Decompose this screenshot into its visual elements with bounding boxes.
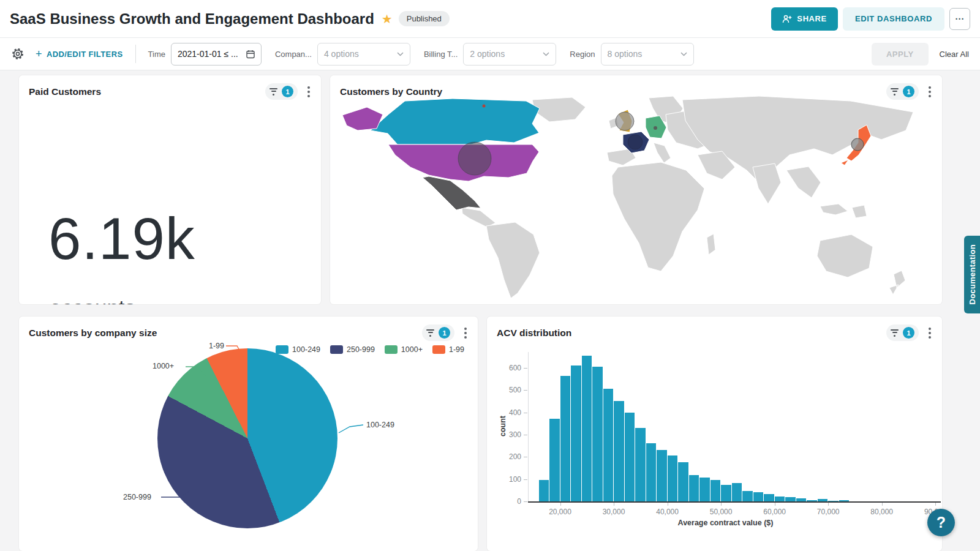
share-button[interactable]: SHARE xyxy=(771,7,838,31)
hist-bar[interactable] xyxy=(614,401,624,501)
hist-bar[interactable] xyxy=(571,365,581,501)
canada-dot xyxy=(483,105,486,108)
legend-item[interactable]: 100-249 xyxy=(276,345,320,354)
legend-label: 100-249 xyxy=(292,345,320,354)
widget-filter-button[interactable]: 1 xyxy=(422,324,454,341)
hist-bar[interactable] xyxy=(668,455,678,501)
legend-item[interactable]: 1-99 xyxy=(432,345,464,354)
hist-bar[interactable] xyxy=(818,499,828,501)
hist-bar[interactable] xyxy=(689,475,699,501)
hist-bar[interactable] xyxy=(807,500,817,501)
hist-bar[interactable] xyxy=(828,501,839,501)
divider xyxy=(135,45,136,63)
x-tick-mark xyxy=(560,503,561,506)
favorite-star-icon[interactable]: ★ xyxy=(382,12,393,26)
world-map[interactable] xyxy=(330,96,942,298)
company-filter-value: 4 options xyxy=(324,49,397,59)
more-options-button[interactable]: ··· xyxy=(949,8,970,30)
map-mexico xyxy=(423,176,481,210)
company-filter-select[interactable]: 4 options xyxy=(317,43,410,66)
map-italy xyxy=(654,143,671,163)
hist-bar[interactable] xyxy=(646,443,657,501)
hist-bar[interactable] xyxy=(678,462,688,501)
region-filter-value: 8 options xyxy=(608,49,680,59)
widget-filter-button[interactable]: 1 xyxy=(886,324,919,341)
histogram-x-axis-label: Average contract value ($) xyxy=(498,519,942,527)
filter-funnel-icon xyxy=(891,88,899,96)
pie-chart[interactable] xyxy=(157,348,337,528)
hist-bar[interactable] xyxy=(764,494,774,501)
hist-bar[interactable] xyxy=(560,376,571,501)
legend-swatch xyxy=(276,345,288,354)
hist-bar[interactable] xyxy=(785,497,796,501)
edit-dashboard-button[interactable]: EDIT DASHBOARD xyxy=(843,7,944,31)
widget-customers-by-country: Customers by Country 1 xyxy=(330,75,942,304)
region-filter-select[interactable]: 8 options xyxy=(601,43,694,66)
time-filter-input[interactable]: 2021-01-01 ≤ ... xyxy=(171,43,262,66)
hist-bar[interactable] xyxy=(839,500,850,501)
hist-bar[interactable] xyxy=(753,492,764,501)
x-tick-mark xyxy=(935,503,936,506)
hist-bar[interactable] xyxy=(625,413,635,501)
hist-bar[interactable] xyxy=(775,497,785,501)
widget-menu-button[interactable] xyxy=(927,85,932,99)
usa-bubble xyxy=(458,142,491,175)
hist-bar[interactable] xyxy=(721,485,731,501)
hist-bar[interactable] xyxy=(710,480,721,501)
y-tick-mark xyxy=(524,368,527,369)
legend-item[interactable]: 250-999 xyxy=(330,345,375,354)
clear-all-button[interactable]: Clear All xyxy=(940,50,969,59)
widget-menu-button[interactable] xyxy=(306,85,311,99)
hist-bar[interactable] xyxy=(549,419,560,501)
y-axis-line xyxy=(528,352,529,501)
hist-bar[interactable] xyxy=(742,491,753,501)
map-canada xyxy=(371,99,540,144)
kpi-unit: accounts xyxy=(50,296,135,304)
hist-bar[interactable] xyxy=(657,450,667,501)
hist-bar[interactable] xyxy=(732,483,742,501)
company-filter-label: Compan... xyxy=(275,50,312,59)
calendar-icon xyxy=(246,50,255,59)
x-tick-mark xyxy=(775,503,775,506)
legend-label: 1000+ xyxy=(401,345,423,354)
apply-button[interactable]: APPLY xyxy=(872,43,929,66)
x-tick-label: 80,000 xyxy=(864,508,900,516)
widget-title: Customers by company size xyxy=(29,328,157,339)
pie-callout-1000plus: 1000+ xyxy=(153,362,174,370)
plus-icon: + xyxy=(36,48,42,61)
hist-bar[interactable] xyxy=(699,478,710,501)
hist-bar[interactable] xyxy=(539,480,549,501)
hist-bar[interactable] xyxy=(592,367,603,501)
hist-bar[interactable] xyxy=(635,428,646,501)
map-australia xyxy=(817,234,873,277)
y-tick-label: 400 xyxy=(496,408,521,417)
share-person-icon xyxy=(782,15,792,23)
y-tick-mark xyxy=(524,501,527,502)
histogram-chart[interactable]: count Average contract value ($) 0100200… xyxy=(487,317,942,551)
legend-swatch xyxy=(330,345,343,354)
filter-bar: + ADD/EDIT FILTERS Time 2021-01-01 ≤ ...… xyxy=(0,38,980,70)
legend-item[interactable]: 1000+ xyxy=(385,345,423,354)
hist-bar[interactable] xyxy=(796,498,807,501)
status-badge: Published xyxy=(399,11,450,26)
legend-label: 250-999 xyxy=(347,345,375,354)
add-edit-filters-button[interactable]: + ADD/EDIT FILTERS xyxy=(36,48,123,61)
pie-callout-250-999: 250-999 xyxy=(123,493,151,501)
map-africa xyxy=(612,162,704,271)
x-tick-label: 50,000 xyxy=(703,508,739,516)
add-edit-filters-label: ADD/EDIT FILTERS xyxy=(47,50,123,59)
billing-filter-select[interactable]: 2 options xyxy=(463,43,556,66)
help-button[interactable]: ? xyxy=(927,509,955,536)
widget-menu-button[interactable] xyxy=(463,326,468,340)
x-tick-label: 40,000 xyxy=(649,508,686,516)
hist-bar[interactable] xyxy=(582,356,592,501)
x-tick-mark xyxy=(721,503,722,506)
hist-bar[interactable] xyxy=(603,389,614,501)
widget-menu-button[interactable] xyxy=(927,326,932,340)
widget-filter-button[interactable]: 1 xyxy=(265,83,298,100)
widget-filter-button[interactable]: 1 xyxy=(886,83,919,100)
documentation-tab[interactable]: Documentation xyxy=(964,236,980,313)
map-alaska xyxy=(342,107,383,130)
time-filter-label: Time xyxy=(148,50,165,59)
filter-settings-gear-icon[interactable] xyxy=(11,47,24,61)
